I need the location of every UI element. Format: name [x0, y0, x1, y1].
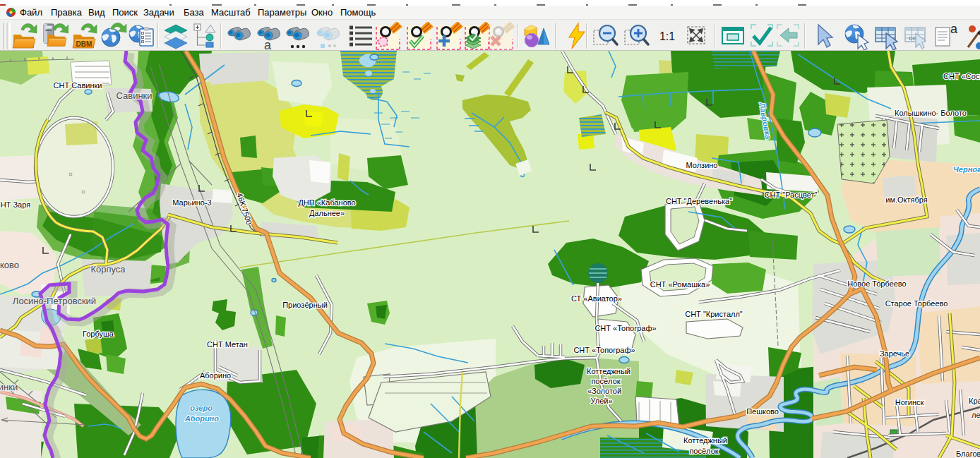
- svg-text:ДНП «Кабаново: ДНП «Кабаново: [298, 198, 355, 207]
- svg-text:СНТ "Деревенька": СНТ "Деревенька": [666, 197, 732, 205]
- svg-text:«Золотой: «Золотой: [587, 387, 621, 395]
- svg-text:a: a: [950, 22, 958, 36]
- svg-text:Ногинск: Ногинск: [895, 398, 924, 406]
- svg-text:Колышкино- Болото: Колышкино- Болото: [895, 109, 967, 117]
- svg-text:DBM: DBM: [76, 40, 92, 48]
- svg-text:СНТ Савинки: СНТ Савинки: [54, 81, 102, 90]
- svg-text:ле: ле: [972, 411, 980, 419]
- svg-text:СНТ «Ромашка»: СНТ «Ромашка»: [650, 280, 710, 289]
- svg-text:озеро: озеро: [190, 404, 213, 412]
- svg-text:Пешково: Пешково: [746, 407, 779, 416]
- svg-text:СНТ Метан: СНТ Метан: [207, 340, 248, 349]
- svg-text:...ково: ...ково: [0, 260, 19, 270]
- svg-text:Благов: Благов: [956, 450, 980, 458]
- svg-text:Аборино: Аборино: [184, 414, 219, 423]
- svg-text:Черноголовка: Черноголовка: [953, 165, 980, 174]
- svg-text:Корпуса: Корпуса: [90, 264, 126, 275]
- svg-text:Аборино: Аборино: [200, 371, 231, 380]
- svg-text:посёлок: посёлок: [591, 377, 620, 385]
- svg-text:Коттеджный: Коттеджный: [683, 436, 727, 445]
- svg-text:Лосино-Петровский: Лосино-Петровский: [13, 296, 96, 306]
- svg-text:Старое Торбеево: Старое Торбеево: [885, 299, 948, 308]
- svg-text:посёлок: посёлок: [689, 447, 718, 455]
- svg-text:Заречье: Заречье: [880, 349, 909, 358]
- svg-text:Новое Торбеево: Новое Торбеево: [847, 279, 906, 288]
- svg-text:СНТ «Сосновка: СНТ «Сосновка: [943, 72, 980, 80]
- svg-text:СНТ «Топограф»: СНТ «Топограф»: [594, 324, 656, 332]
- svg-text:Приозёрный: Приозёрный: [282, 301, 328, 309]
- svg-text:винки: винки: [0, 382, 18, 392]
- svg-text:СНТ «Топограф»: СНТ «Топограф»: [573, 346, 635, 354]
- svg-text:a: a: [264, 38, 272, 50]
- svg-text:СНТ Заря: СНТ Заря: [0, 200, 30, 209]
- svg-text:Кра: Кра: [969, 397, 980, 405]
- svg-text:СНТ "Расцвет": СНТ "Расцвет": [765, 191, 818, 199]
- svg-text:Савинки: Савинки: [116, 90, 152, 101]
- svg-text:СТ «Авиатор»: СТ «Авиатор»: [571, 294, 622, 303]
- svg-text:Горбуша: Горбуша: [83, 330, 114, 338]
- svg-text:Дальнее»: Дальнее»: [309, 209, 345, 217]
- svg-text:Улей»: Улей»: [590, 397, 612, 405]
- svg-text:Марьино-3: Марьино-3: [172, 198, 211, 207]
- svg-text:им.Октября: им.Октября: [885, 195, 928, 204]
- svg-text:1:1: 1:1: [659, 30, 675, 42]
- svg-text:Коттеджный: Коттеджный: [587, 367, 631, 375]
- svg-text:Молзино: Молзино: [686, 161, 718, 169]
- svg-text:СНТ "Кристалл": СНТ "Кристалл": [685, 310, 743, 318]
